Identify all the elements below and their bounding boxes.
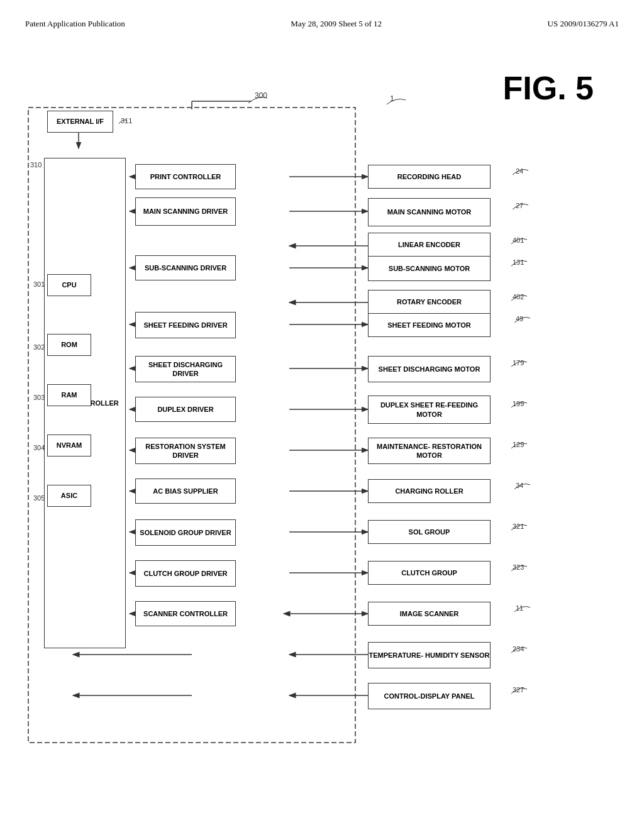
asic-box: ASIC bbox=[47, 485, 91, 507]
diagram: 300 1 bbox=[25, 42, 629, 765]
sub-scanning-motor-box: SUB-SCANNING MOTOR bbox=[368, 256, 491, 281]
svg-text:402: 402 bbox=[513, 293, 524, 301]
temperature-humidity-box: TEMPERATURE- HUMIDITY SENSOR bbox=[368, 642, 491, 668]
svg-text:27: 27 bbox=[516, 202, 523, 209]
clutch-group-driver-box: CLUTCH GROUP DRIVER bbox=[135, 560, 236, 587]
svg-text:321: 321 bbox=[513, 523, 524, 530]
scanner-controller-box: SCANNER CONTROLLER bbox=[135, 601, 236, 626]
header-center: May 28, 2009 Sheet 5 of 12 bbox=[291, 19, 382, 29]
duplex-sheet-refeeding-motor-box: DUPLEX SHEET RE-FEEDING MOTOR bbox=[368, 396, 491, 424]
svg-text:302: 302 bbox=[33, 343, 45, 351]
svg-text:1: 1 bbox=[390, 94, 394, 103]
svg-text:327: 327 bbox=[513, 686, 524, 694]
external-if-box: EXTERNAL I/F bbox=[47, 111, 113, 133]
svg-text:301: 301 bbox=[33, 280, 45, 288]
restoration-system-driver-box: RESTORATION SYSTEM DRIVER bbox=[135, 438, 236, 464]
nvram-box: NVRAM bbox=[47, 434, 91, 456]
svg-text:34: 34 bbox=[516, 482, 523, 489]
main-scanning-motor-box: MAIN SCANNING MOTOR bbox=[368, 198, 491, 226]
maintenance-restoration-motor-box: MAINTENANCE- RESTORATION MOTOR bbox=[368, 438, 491, 464]
main-scanning-driver-box: MAIN SCANNING DRIVER bbox=[135, 197, 236, 226]
sheet-discharging-driver-box: SHEET DISCHARGING DRIVER bbox=[135, 356, 236, 382]
page-header: Patent Application Publication May 28, 2… bbox=[25, 19, 619, 29]
ac-bias-supplier-box: AC BIAS SUPPLIER bbox=[135, 479, 236, 504]
sheet-feeding-motor-box: SHEET FEEDING MOTOR bbox=[368, 313, 491, 337]
sol-group-box: SOL GROUP bbox=[368, 520, 491, 544]
print-controller-box: PRINT CONTROLLER bbox=[135, 164, 236, 189]
control-display-box: CONTROL-DISPLAY PANEL bbox=[368, 683, 491, 709]
ram-box: RAM bbox=[47, 384, 91, 406]
svg-text:305: 305 bbox=[33, 494, 45, 502]
sub-scanning-driver-box: SUB-SCANNING DRIVER bbox=[135, 255, 236, 280]
sheet-feeding-driver-box: SHEET FEEDING DRIVER bbox=[135, 312, 236, 338]
svg-text:234: 234 bbox=[513, 645, 524, 653]
linear-encoder-box: LINEAR ENCODER bbox=[368, 233, 491, 257]
recording-head-box: RECORDING HEAD bbox=[368, 165, 491, 189]
charging-roller-box: CHARGING ROLLER bbox=[368, 479, 491, 503]
solenoid-group-driver-box: SOLENOID GROUP DRIVER bbox=[135, 519, 236, 546]
svg-text:199: 199 bbox=[513, 400, 524, 407]
svg-text:304: 304 bbox=[33, 444, 45, 451]
svg-text:401: 401 bbox=[513, 236, 524, 244]
svg-text:300: 300 bbox=[255, 91, 267, 100]
svg-text:24: 24 bbox=[516, 167, 523, 175]
cpu-box: CPU bbox=[47, 274, 91, 296]
svg-text:303: 303 bbox=[33, 394, 45, 401]
duplex-driver-box: DUPLEX DRIVER bbox=[135, 397, 236, 422]
rotary-encoder-box: ROTARY ENCODER bbox=[368, 290, 491, 314]
svg-text:311: 311 bbox=[121, 117, 132, 124]
header-left: Patent Application Publication bbox=[25, 19, 125, 29]
sheet-discharging-motor-box: SHEET DISCHARGING MOTOR bbox=[368, 356, 491, 382]
rom-box: ROM bbox=[47, 334, 91, 356]
svg-text:11: 11 bbox=[516, 604, 523, 612]
svg-text:179: 179 bbox=[513, 359, 524, 367]
header-right: US 2009/0136279 A1 bbox=[548, 19, 619, 29]
svg-text:310: 310 bbox=[30, 161, 42, 169]
clutch-group-box: CLUTCH GROUP bbox=[368, 561, 491, 585]
svg-text:131: 131 bbox=[513, 258, 524, 266]
svg-text:49: 49 bbox=[516, 315, 523, 323]
svg-text:323: 323 bbox=[513, 563, 524, 571]
page: Patent Application Publication May 28, 2… bbox=[0, 0, 644, 830]
svg-text:129: 129 bbox=[513, 441, 524, 448]
image-scanner-box: IMAGE SCANNER bbox=[368, 602, 491, 626]
